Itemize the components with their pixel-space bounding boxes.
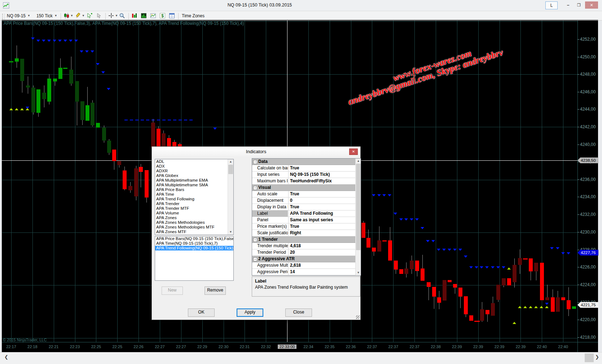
property-value[interactable]: APA Trend Following — [288, 210, 357, 217]
property-value[interactable]: True — [288, 204, 357, 210]
list-item[interactable]: APA Zones Methodologies MTF — [155, 225, 233, 230]
property-value[interactable]: True — [288, 191, 357, 197]
minimize-button[interactable]: – — [563, 1, 573, 9]
scroll-right-icon[interactable]: ❯ — [595, 354, 599, 360]
list-scrollbar[interactable]: ▲ ▼ — [228, 159, 233, 235]
property-row[interactable]: PanelSame as input series — [252, 217, 361, 223]
property-row[interactable]: Price marker(s)True — [252, 223, 361, 230]
property-category-row[interactable]: −1 Trender — [252, 236, 361, 243]
list-item[interactable]: ADX — [155, 164, 233, 169]
ok-button[interactable]: OK — [188, 308, 215, 317]
property-row[interactable]: Calculate on bar closTrue — [252, 165, 361, 172]
list-item[interactable]: APA Price Bars(NQ 09-15 (150 Tick),False… — [155, 236, 233, 241]
scroll-up-icon[interactable]: ▲ — [356, 159, 361, 164]
zoom-button[interactable] — [119, 11, 125, 20]
chart-snapshot-button[interactable] — [150, 11, 156, 20]
apply-button[interactable]: Apply — [237, 308, 263, 317]
property-category-row[interactable]: −Plots — [252, 275, 361, 276]
bars-tool-button[interactable] — [131, 11, 137, 20]
scrollbar-thumb[interactable] — [585, 354, 594, 362]
collapse-icon[interactable]: − — [253, 238, 257, 242]
grid-scrollbar[interactable]: ▲ ▼ — [355, 159, 361, 275]
list-item[interactable]: APA Volume — [155, 211, 233, 216]
drawing-tools-button[interactable]: ▼ — [75, 11, 85, 20]
property-value[interactable]: 0 — [288, 197, 357, 204]
property-category-row[interactable]: −2 Aggressive ATR — [252, 256, 361, 262]
property-value[interactable]: True — [288, 223, 357, 230]
lock-button[interactable]: L — [545, 1, 558, 9]
list-item[interactable]: APA Trend Following(NQ 09-15 (150 Tick),… — [155, 246, 233, 250]
instrument-dropdown[interactable]: NQ 09-15▼ — [6, 11, 30, 20]
property-row[interactable]: Trender multipler4,618 — [252, 243, 361, 249]
list-item[interactable]: APA Zones Methodologies — [155, 220, 233, 225]
property-value[interactable]: True — [288, 165, 357, 171]
dialog-title[interactable]: Indicators — [152, 147, 360, 156]
property-row[interactable]: Input seriesNQ 09-15 (150 Tick) — [252, 172, 361, 178]
property-value[interactable]: 4,618 — [288, 243, 357, 249]
list-item[interactable]: APA Zones — [155, 216, 233, 220]
property-value[interactable]: NQ 09-15 (150 Tick) — [288, 172, 357, 178]
list-item[interactable]: APA Trend Following — [155, 197, 233, 201]
data-panel-button[interactable] — [169, 11, 175, 20]
toolbar-grip[interactable] — [2, 11, 5, 20]
maximize-button[interactable]: ❒ — [574, 1, 584, 9]
property-row[interactable]: Maximum bars look bTwoHundredFiftySix — [252, 178, 361, 185]
list-item[interactable]: ADXR — [155, 169, 233, 173]
list-item[interactable]: APA Trender MTF — [155, 206, 233, 211]
property-row[interactable]: Displacement0 — [252, 197, 361, 204]
collapse-icon[interactable]: − — [253, 257, 257, 261]
available-indicators-list[interactable]: ADLADXADXRAPA GlobexAPA Multipletimefram… — [155, 159, 234, 235]
property-label: Displacement — [257, 197, 288, 204]
property-category-row[interactable]: −Data — [252, 159, 361, 165]
property-category-row[interactable]: −Visual — [252, 185, 361, 191]
close-window-button[interactable]: ✕ — [585, 1, 598, 9]
list-item[interactable]: APA Price Bars — [155, 187, 233, 192]
chart-style-button[interactable]: ▼ — [63, 11, 73, 20]
collapse-icon[interactable]: − — [253, 160, 257, 164]
property-value[interactable]: 20 — [288, 249, 357, 256]
scroll-left-icon[interactable]: ❮ — [4, 354, 8, 360]
scroll-down-icon[interactable]: ▼ — [356, 270, 361, 275]
property-row[interactable]: Auto scaleTrue — [252, 191, 361, 197]
applied-indicators-list[interactable]: APA Price Bars(NQ 09-15 (150 Tick),False… — [155, 236, 234, 281]
list-item[interactable]: APA Time(NQ 09-15 (150 Tick),7) — [155, 241, 233, 246]
time-zones-button[interactable]: Time Zones — [182, 11, 205, 20]
pointer-add-button[interactable] — [87, 11, 93, 20]
close-button[interactable]: Close — [285, 308, 312, 317]
horizontal-scrollbar[interactable]: ❮ ❯ — [0, 352, 602, 364]
market-analyzer-button[interactable] — [141, 11, 147, 20]
scrollbar-thumb[interactable] — [356, 164, 361, 250]
property-value[interactable]: Right — [288, 230, 357, 236]
new-button[interactable]: New — [162, 287, 183, 295]
property-row[interactable]: Aggressive Period14 — [252, 269, 361, 275]
dialog-close-button[interactable]: ✕ — [349, 148, 358, 155]
property-row[interactable]: Scale justificationRight — [252, 230, 361, 236]
property-row[interactable]: Trender Period20 — [252, 249, 361, 256]
window-titlebar[interactable]: NQ 09-15 (150 Tick) 03.09.2015 L – ❒ ✕ — [0, 0, 602, 11]
property-value[interactable]: TwoHundredFiftySix — [288, 178, 357, 184]
list-item[interactable]: APA Globex — [155, 173, 233, 178]
list-item[interactable]: ADL — [155, 159, 233, 164]
account-data-button[interactable]: $ — [159, 11, 166, 20]
list-item[interactable]: APA Trender — [155, 201, 233, 206]
property-row[interactable]: Aggressive Multipler2,618 — [252, 262, 361, 269]
list-item[interactable]: APA Multipletimeframe SMA — [155, 183, 233, 187]
scroll-down-icon[interactable]: ▼ — [228, 230, 233, 235]
property-value[interactable]: Same as input series — [288, 217, 357, 223]
property-row[interactable]: LabelAPA Trend Following — [252, 210, 361, 217]
list-item[interactable]: APA Time — [155, 192, 233, 197]
interval-dropdown[interactable]: 150 Tick▼ — [35, 11, 57, 20]
property-value[interactable]: 2,618 — [288, 262, 357, 268]
resize-grip[interactable] — [356, 315, 360, 319]
remove-button[interactable]: Remove — [205, 287, 226, 295]
list-item[interactable]: APA Zones MTF — [155, 230, 233, 234]
scrollbar-thumb[interactable] — [228, 165, 233, 174]
list-item[interactable]: APA Multipletimeframe EMA — [155, 178, 233, 183]
property-row[interactable]: Display in Data BoxTrue — [252, 204, 361, 210]
properties-grid[interactable]: −DataCalculate on bar closTrueInput seri… — [252, 158, 361, 276]
collapse-icon[interactable]: − — [253, 186, 257, 190]
scroll-up-icon[interactable]: ▲ — [228, 159, 233, 164]
property-value[interactable]: 14 — [288, 269, 357, 275]
pointer-button[interactable] — [96, 11, 102, 20]
crosshair-button[interactable]: ▼ — [108, 11, 118, 20]
